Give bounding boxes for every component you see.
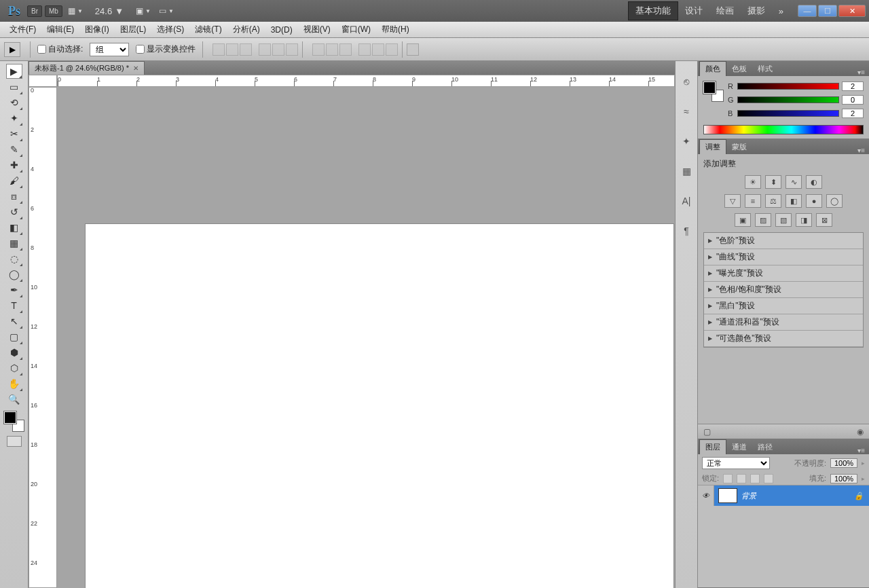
hand-tool[interactable]: ✋ (6, 376, 22, 391)
3d-tool[interactable]: ⬢ (6, 345, 22, 360)
r-slider[interactable] (737, 83, 839, 90)
align-hcenter-icon[interactable] (272, 43, 284, 56)
auto-align-icon[interactable] (407, 43, 419, 56)
zoom-tool[interactable]: 🔍 (6, 392, 22, 407)
tab-channels[interactable]: 通道 (726, 440, 752, 454)
b-slider[interactable] (737, 110, 839, 117)
tab-swatches[interactable]: 色板 (726, 62, 752, 76)
tab-adjustments[interactable]: 调整 (699, 139, 726, 154)
adj-brightness-icon[interactable]: ☀ (745, 175, 761, 189)
adjust-foot-right-icon[interactable]: ◉ (857, 427, 864, 437)
ruler-horizontal[interactable]: 012345678910111213141516 (57, 75, 675, 87)
canvas-viewport[interactable] (57, 87, 675, 588)
tab-layers[interactable]: 图层 (699, 439, 726, 454)
menu-layer[interactable]: 图层(L) (115, 24, 152, 35)
r-input[interactable] (842, 81, 864, 91)
adj-selective-color-icon[interactable]: ⊠ (816, 213, 832, 227)
preset-bw[interactable]: ▶"黑白"预设 (704, 298, 863, 314)
character-icon[interactable]: A| (680, 194, 693, 208)
canvas[interactable] (86, 224, 673, 588)
menu-view[interactable]: 视图(V) (298, 24, 336, 35)
paragraph-icon[interactable]: ¶ (680, 224, 693, 238)
workspace-tab-photography[interactable]: 摄影 (741, 2, 772, 20)
layer-thumbnail[interactable] (718, 488, 737, 503)
crop-tool[interactable]: ✂ (6, 126, 22, 141)
workspace-tab-essentials[interactable]: 基本功能 (628, 1, 678, 20)
color-swatches[interactable] (4, 411, 24, 432)
brush-tool[interactable]: 🖌 (6, 173, 22, 188)
preset-curves[interactable]: ▶"曲线"预设 (704, 249, 863, 265)
menu-analysis[interactable]: 分析(A) (227, 24, 265, 35)
3d-camera-tool[interactable]: ⬡ (6, 361, 22, 375)
menu-filter[interactable]: 滤镜(T) (189, 24, 227, 35)
auto-select-checkbox[interactable]: 自动选择: (37, 43, 83, 55)
adj-gradient-map-icon[interactable]: ◨ (796, 213, 812, 227)
g-slider[interactable] (737, 96, 839, 103)
workspace-more[interactable]: » (772, 3, 790, 19)
window-close[interactable]: ✕ (838, 5, 866, 17)
menu-select[interactable]: 选择(S) (151, 24, 189, 35)
color-spectrum[interactable] (703, 125, 864, 134)
preset-channel-mixer[interactable]: ▶"通道混和器"预设 (704, 314, 863, 331)
minibridge-button[interactable]: Mb (45, 5, 62, 17)
menu-edit[interactable]: 编辑(E) (41, 24, 79, 35)
adj-invert-icon[interactable]: ▣ (735, 213, 751, 227)
adj-threshold-icon[interactable]: ▧ (775, 213, 792, 227)
document-tab[interactable]: 未标题-1 @ 24.6%(RGB/8) *✕ (29, 61, 145, 75)
tab-styles[interactable]: 样式 (752, 62, 778, 76)
layer-name[interactable]: 背景 (741, 491, 756, 501)
preset-selective-color[interactable]: ▶"可选颜色"预设 (704, 331, 863, 347)
lock-position-icon[interactable] (750, 474, 760, 483)
shape-tool[interactable]: ▢ (6, 329, 22, 344)
align-vcenter-icon[interactable] (226, 43, 238, 56)
extras-dropdown[interactable]: ▭▼ (155, 6, 178, 16)
adj-bw-icon[interactable]: ◧ (785, 194, 802, 208)
panel-menu-icon[interactable]: ▾≡ (853, 147, 869, 154)
lasso-tool[interactable]: ⟲ (6, 95, 22, 110)
lock-all-icon[interactable] (764, 474, 773, 483)
menu-help[interactable]: 帮助(H) (376, 24, 415, 35)
preset-levels[interactable]: ▶"色阶"预设 (704, 233, 863, 249)
history-brush-tool[interactable]: ↺ (6, 204, 22, 219)
menu-window[interactable]: 窗口(W) (336, 24, 376, 35)
dist-3-icon[interactable] (339, 43, 352, 56)
panel-color-swatch[interactable] (703, 81, 724, 102)
align-bottom-icon[interactable] (240, 43, 252, 56)
fill-input[interactable] (830, 474, 857, 483)
preset-hue-sat[interactable]: ▶"色相/饱和度"预设 (704, 282, 863, 298)
blur-tool[interactable]: ◌ (6, 251, 22, 266)
screen-mode-dropdown[interactable]: ▣▼ (132, 6, 155, 16)
adj-levels-icon[interactable]: ⬍ (765, 175, 781, 189)
blend-mode-select[interactable]: 正常 (702, 457, 770, 469)
opacity-input[interactable] (830, 458, 857, 468)
stamp-tool[interactable]: ⧈ (6, 189, 22, 204)
close-tab-icon[interactable]: ✕ (133, 65, 138, 72)
layer-visibility-icon[interactable]: 👁 (698, 485, 714, 506)
heal-tool[interactable]: ✚ (6, 158, 22, 172)
adj-vibrance-icon[interactable]: ▽ (724, 194, 741, 208)
foreground-color-swatch[interactable] (4, 411, 16, 424)
window-maximize[interactable]: ☐ (818, 5, 837, 17)
align-right-icon[interactable] (286, 43, 298, 56)
panel-menu-icon[interactable]: ▾≡ (853, 69, 869, 76)
layer-row-background[interactable]: 👁 背景 🔒 (698, 485, 869, 506)
menu-file[interactable]: 文件(F) (4, 24, 41, 35)
menu-image[interactable]: 图像(I) (79, 24, 114, 35)
adj-photo-filter-icon[interactable]: ● (806, 194, 822, 208)
workspace-tab-painting[interactable]: 绘画 (709, 2, 741, 20)
dist-4-icon[interactable] (358, 43, 371, 56)
panel-menu-icon[interactable]: ▾≡ (853, 447, 869, 454)
dist-5-icon[interactable] (372, 43, 384, 56)
adj-hue-icon[interactable]: ≡ (745, 194, 761, 208)
dodge-tool[interactable]: ◯ (6, 267, 22, 282)
eyedropper-tool[interactable]: ✎ (6, 142, 22, 157)
brush-presets-icon[interactable]: ≈ (680, 105, 693, 118)
lock-transparent-icon[interactable] (723, 474, 733, 483)
adj-posterize-icon[interactable]: ▨ (755, 213, 771, 227)
menu-3d[interactable]: 3D(D) (265, 25, 298, 35)
quick-mask-toggle[interactable] (7, 436, 22, 447)
ruler-vertical[interactable]: 0246810121416182022242628 (29, 87, 57, 588)
swatches-icon[interactable]: ▦ (680, 164, 693, 178)
marquee-tool[interactable]: ▭ (6, 79, 22, 94)
ruler-origin[interactable] (29, 75, 57, 87)
